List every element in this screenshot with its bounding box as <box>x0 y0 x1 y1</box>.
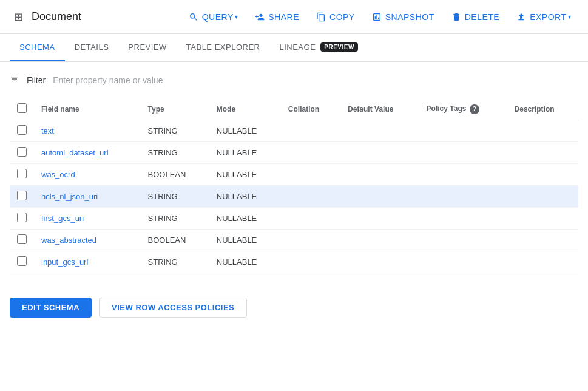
table-row: input_gcs_uri STRING NULLABLE <box>10 251 578 273</box>
field-type-cell: STRING <box>141 208 209 229</box>
filter-input[interactable] <box>53 75 578 85</box>
schema-table: Field name Type Mode Collation Default V… <box>10 98 578 273</box>
field-description-cell <box>507 164 578 186</box>
share-button[interactable]: SHARE <box>248 8 306 25</box>
export-chevron: ▾ <box>568 13 572 20</box>
row-checkbox[interactable] <box>17 256 27 266</box>
tab-preview[interactable]: PREVIEW <box>118 34 176 61</box>
header-checkbox-cell <box>10 98 34 120</box>
snapshot-button[interactable]: SNAPSHOT <box>365 8 442 25</box>
export-icon <box>516 12 526 22</box>
share-label: SHARE <box>268 12 299 22</box>
field-type-cell: STRING <box>141 251 209 273</box>
filter-label: Filter <box>27 75 46 85</box>
field-collation-cell <box>281 142 340 164</box>
field-collation-cell <box>281 208 340 229</box>
col-policy-tags: Policy Tags ? <box>419 98 507 120</box>
field-name-link[interactable]: automl_dataset_url <box>41 148 109 157</box>
field-name-cell: automl_dataset_url <box>34 142 141 164</box>
tab-lineage[interactable]: LINEAGE PREVIEW <box>269 34 367 61</box>
field-name-cell: hcls_nl_json_uri <box>34 186 141 208</box>
query-label: QUERY <box>202 12 234 22</box>
field-name-cell: input_gcs_uri <box>34 251 141 273</box>
row-checkbox[interactable] <box>17 212 27 222</box>
field-name-link[interactable]: input_gcs_uri <box>41 257 88 267</box>
field-name-link[interactable]: hcls_nl_json_uri <box>41 192 98 201</box>
field-description-cell <box>507 142 578 164</box>
select-all-checkbox[interactable] <box>17 103 27 113</box>
field-description-cell <box>507 251 578 273</box>
field-collation-cell <box>281 251 340 273</box>
row-checkbox[interactable] <box>17 169 27 178</box>
person-add-icon <box>255 12 265 22</box>
field-collation-cell <box>281 186 340 208</box>
field-name-cell: first_gcs_uri <box>34 208 141 229</box>
query-chevron: ▾ <box>235 13 238 20</box>
field-mode-cell: NULLABLE <box>209 120 281 142</box>
field-default-value-cell <box>340 142 419 164</box>
export-button[interactable]: EXPORT ▾ <box>509 8 578 25</box>
delete-label: DELETE <box>465 12 499 22</box>
view-row-policies-button[interactable]: VIEW ROW ACCESS POLICIES <box>99 298 247 318</box>
field-name-link[interactable]: was_abstracted <box>41 236 96 245</box>
tab-details[interactable]: DETAILS <box>65 34 119 61</box>
field-policy-tags-cell <box>419 142 507 164</box>
table-row: was_ocrd BOOLEAN NULLABLE <box>10 164 578 186</box>
row-checkbox-cell <box>10 186 34 208</box>
field-policy-tags-cell <box>419 186 507 208</box>
row-checkbox[interactable] <box>17 125 27 135</box>
copy-button[interactable]: COPY <box>309 8 362 25</box>
field-name-cell: was_abstracted <box>34 229 141 251</box>
row-checkbox[interactable] <box>17 147 27 157</box>
field-type-cell: BOOLEAN <box>141 229 209 251</box>
row-checkbox-cell <box>10 208 34 229</box>
field-name-link[interactable]: text <box>41 126 54 135</box>
col-collation: Collation <box>281 98 340 120</box>
edit-schema-button[interactable]: EDIT SCHEMA <box>10 298 92 318</box>
copy-label: COPY <box>329 12 355 22</box>
table-row: was_abstracted BOOLEAN NULLABLE <box>10 229 578 251</box>
field-collation-cell <box>281 120 340 142</box>
field-collation-cell <box>281 164 340 186</box>
col-type: Type <box>141 98 209 120</box>
field-description-cell <box>507 120 578 142</box>
delete-button[interactable]: DELETE <box>444 8 507 25</box>
field-collation-cell <box>281 229 340 251</box>
tab-table-explorer[interactable]: TABLE EXPLORER <box>177 34 270 61</box>
field-description-cell <box>507 186 578 208</box>
field-type-cell: STRING <box>141 186 209 208</box>
table-row: automl_dataset_url STRING NULLABLE <box>10 142 578 164</box>
trash-icon <box>451 12 461 22</box>
query-button[interactable]: QUERY ▾ <box>181 8 246 25</box>
field-default-value-cell <box>340 164 419 186</box>
table-row: hcls_nl_json_uri STRING NULLABLE <box>10 186 578 208</box>
snapshot-icon <box>372 12 382 22</box>
row-checkbox-cell <box>10 251 34 273</box>
table-header-row: Field name Type Mode Collation Default V… <box>10 98 578 120</box>
field-default-value-cell <box>340 208 419 229</box>
export-label: EXPORT <box>530 12 566 22</box>
field-mode-cell: NULLABLE <box>209 208 281 229</box>
page-title: Document <box>32 10 81 23</box>
field-policy-tags-cell <box>419 229 507 251</box>
field-default-value-cell <box>340 251 419 273</box>
row-checkbox-cell <box>10 229 34 251</box>
field-policy-tags-cell <box>419 164 507 186</box>
tabs: SCHEMA DETAILS PREVIEW TABLE EXPLORER LI… <box>0 34 588 62</box>
field-name-link[interactable]: was_ocrd <box>41 170 75 179</box>
row-checkbox[interactable] <box>17 234 27 244</box>
field-default-value-cell <box>340 186 419 208</box>
field-mode-cell: NULLABLE <box>209 251 281 273</box>
row-checkbox[interactable] <box>17 191 27 200</box>
lineage-badge: PREVIEW <box>320 42 358 52</box>
col-default-value: Default Value <box>340 98 419 120</box>
field-mode-cell: NULLABLE <box>209 142 281 164</box>
field-description-cell <box>507 229 578 251</box>
search-icon <box>189 12 198 22</box>
field-policy-tags-cell <box>419 251 507 273</box>
field-name-link[interactable]: first_gcs_uri <box>41 214 84 223</box>
tab-schema[interactable]: SCHEMA <box>10 34 65 61</box>
field-name-cell: was_ocrd <box>34 164 141 186</box>
row-checkbox-cell <box>10 120 34 142</box>
policy-tags-help-icon[interactable]: ? <box>470 104 479 114</box>
